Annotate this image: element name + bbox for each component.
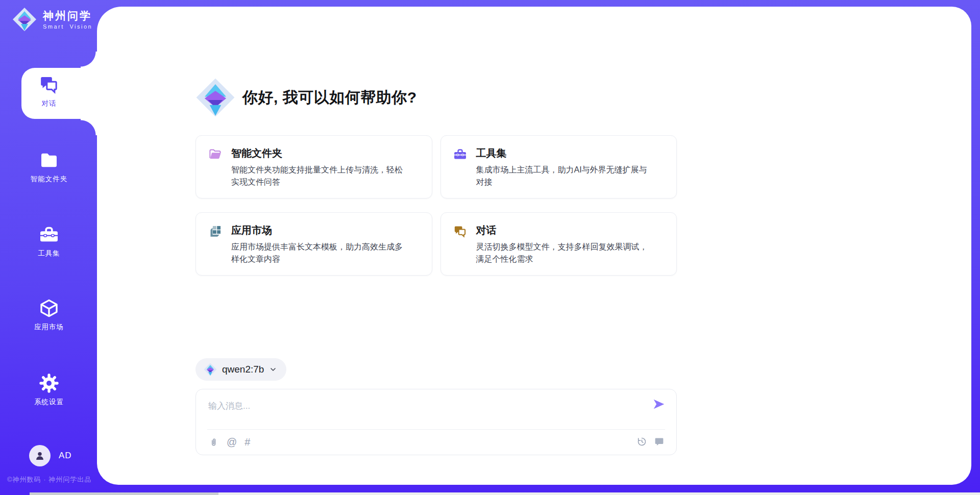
sidebar-item-chat[interactable]: 对话 [0,75,98,108]
card-app-market[interactable]: 应用市场 应用市场提供丰富长文本模板，助力高效生成多 样化文章内容 [195,212,432,276]
sidebar-item-app-market[interactable]: 应用市场 [0,298,98,332]
card-title: 应用市场 [231,224,403,237]
paperclip-icon [209,436,219,448]
assistant-logo-icon [195,77,235,118]
model-logo-icon [204,363,217,376]
gear-icon [39,373,59,393]
sidebar-item-label: 系统设置 [34,398,64,407]
horizontal-scrollbar-thumb[interactable] [30,492,218,495]
card-toolset[interactable]: 工具集 集成市场上主流工具，助力AI与外界无缝扩展与 对接 [440,135,677,199]
topic-button[interactable]: # [244,436,250,448]
composer-tools-left: @ # [209,436,250,448]
bubble-fillet-bottom [81,119,97,135]
folder-icon [39,150,59,170]
brand-name: 神州问学 [43,10,92,22]
card-title: 智能文件夹 [231,146,403,160]
sidebar-item-label: 工具集 [38,249,60,258]
sidebar-item-label: 对话 [42,99,57,108]
user-row[interactable]: AD [29,445,72,466]
attach-button[interactable] [209,436,219,448]
history-button[interactable] [636,436,647,447]
chat-square-icon [654,436,665,447]
card-desc: 集成市场上主流工具，助力AI与外界无缝扩展与 对接 [476,164,647,188]
feature-cards: 智能文件夹 智能文件夹功能支持批量文件上传与清洗，轻松 实现文件问答 工具集 集… [195,135,677,276]
avatar[interactable] [29,445,51,466]
model-selector[interactable]: qwen2:7b [195,358,286,381]
copyright: ©神州数码 · 神州问学出品 [7,475,91,484]
card-title: 对话 [476,224,648,237]
grid-cube-icon [208,225,222,238]
send-button[interactable] [652,398,666,411]
chat-icon [453,225,467,238]
sidebar-item-smart-folder[interactable]: 智能文件夹 [0,150,98,184]
folder-open-icon [208,147,222,161]
sidebar-item-label: 应用市场 [34,323,64,332]
chevron-down-icon [269,365,277,374]
chat-icon [39,75,59,95]
model-selector-value: qwen2:7b [222,364,264,375]
horizontal-scrollbar[interactable] [30,492,980,495]
sidebar-item-label: 智能文件夹 [31,175,68,184]
card-chat[interactable]: 对话 灵活切换多模型文件，支持多样回复效果调试， 满足个性化需求 [440,212,677,276]
mention-button[interactable]: @ [227,436,237,448]
person-icon [34,450,46,462]
composer-tools-right [636,436,665,447]
sidebar-item-settings[interactable]: 系统设置 [0,373,98,407]
card-smart-folder[interactable]: 智能文件夹 智能文件夹功能支持批量文件上传与清洗，轻松 实现文件问答 [195,135,432,199]
message-input[interactable] [208,399,637,414]
brand: 神州问学 Smart Vision [12,7,92,32]
card-desc: 智能文件夹功能支持批量文件上传与清洗，轻松 实现文件问答 [231,164,403,188]
composer: @ # [195,389,677,455]
card-title: 工具集 [476,146,647,160]
history-icon [636,436,647,447]
bubble-fillet-top [81,52,97,68]
cube-icon [39,298,59,318]
brand-logo-icon [12,7,37,32]
brand-subtitle: Smart Vision [43,23,92,30]
toolbox-icon [453,147,467,161]
new-chat-button[interactable] [654,436,665,447]
greeting: 你好, 我可以如何帮助你? [195,77,417,118]
hash-icon: # [244,436,250,448]
send-icon [652,398,666,411]
greeting-title: 你好, 我可以如何帮助你? [242,87,417,108]
user-name: AD [59,451,72,461]
at-icon: @ [227,436,237,448]
composer-divider [207,429,665,430]
card-desc: 应用市场提供丰富长文本模板，助力高效生成多 样化文章内容 [231,241,403,265]
toolbox-icon [39,225,59,245]
sidebar-item-toolset[interactable]: 工具集 [0,225,98,258]
card-desc: 灵活切换多模型文件，支持多样回复效果调试， 满足个性化需求 [476,241,648,265]
